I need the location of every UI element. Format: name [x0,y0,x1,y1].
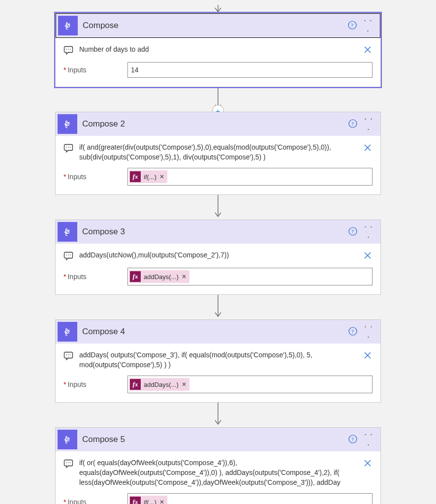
comment-text: if( or( equals(dayOfWeek(outputs('Compos… [79,458,373,487]
comment-row: if( and(greater(div(outputs('Compose'),5… [63,143,373,162]
compose-action-card[interactable]: { } Compose 4 ? · · · addDays( outputs('… [55,319,381,403]
more-menu-icon[interactable]: · · · [361,15,375,36]
card-header[interactable]: { } Compose 3 ? · · · [56,220,380,244]
expression-pill[interactable]: fx addDays(...) ✕ [129,270,189,283]
comment-icon [63,252,74,262]
close-icon[interactable] [363,45,373,56]
more-menu-icon[interactable]: · · · [362,114,375,134]
comment-icon [63,144,74,154]
comment-icon [63,459,74,470]
fx-icon: fx [130,171,141,182]
card-title: Compose 3 [82,227,344,237]
comment-row: addDays(utcNow(),mul(outputs('Compose_2'… [63,251,373,262]
flow-arrow [0,295,436,319]
close-icon[interactable] [363,350,373,362]
inputs-row: *Inputs fx addDays(...) ✕ [63,376,373,393]
comment-text: addDays(utcNow(),mul(outputs('Compose_2'… [79,251,373,260]
fx-icon: fx [130,497,141,504]
svg-point-43 [68,463,69,464]
card-body: addDays(utcNow(),mul(outputs('Compose_2'… [56,244,380,294]
inputs-row: *Inputs fx if(...) ✕ [63,168,373,186]
expression-pill[interactable]: fx if(...) ✕ [129,496,167,504]
card-body: addDays( outputs('Compose_3'), if( equal… [56,344,380,402]
compose-icon: { } [58,430,77,449]
svg-point-15 [66,147,67,148]
close-icon[interactable] [363,251,373,262]
svg-text:?: ? [351,436,354,442]
flow-arrow [0,403,436,427]
svg-point-16 [68,147,69,148]
svg-point-7 [68,49,69,50]
svg-point-8 [70,49,71,50]
card-title: Compose [83,21,343,31]
help-icon[interactable]: ? [347,227,359,237]
svg-text:?: ? [351,228,354,234]
svg-text:{ }: { } [63,327,73,336]
compose-icon: { } [58,322,77,342]
pill-label: if(...) [144,499,156,504]
more-menu-icon[interactable]: · · · [362,321,375,342]
inputs-label: *Inputs [63,173,127,181]
inputs-row: *Inputs fx if(...) ✕ [63,493,373,504]
inputs-row: *Inputs 14 [63,62,373,78]
svg-point-24 [66,254,67,255]
svg-point-26 [70,254,71,255]
help-icon[interactable]: ? [346,21,358,31]
compose-icon: { } [58,114,77,134]
compose-action-card[interactable]: { } Compose 3 ? · · · addDays(utcNow(),m… [55,220,381,295]
help-icon[interactable]: ? [347,327,359,337]
svg-point-6 [66,49,67,50]
card-header[interactable]: { } Compose 4 ? · · · [56,320,380,344]
inputs-field[interactable]: fx addDays(...) ✕ [127,268,373,285]
svg-point-17 [70,147,71,148]
help-icon[interactable]: ? [347,119,359,129]
card-body: if( and(greater(div(outputs('Compose'),5… [56,136,380,194]
comment-row: if( or( equals(dayOfWeek(outputs('Compos… [63,458,373,487]
remove-pill-icon[interactable]: ✕ [182,381,187,388]
inputs-field[interactable]: fx if(...) ✕ [127,493,373,504]
remove-pill-icon[interactable]: ✕ [182,273,187,280]
card-title: Compose 2 [82,119,344,129]
inputs-field[interactable]: 14 [127,62,373,78]
svg-text:{ }: { } [63,227,73,236]
svg-point-25 [68,254,69,255]
more-menu-icon[interactable]: · · · [362,429,375,450]
more-menu-icon[interactable]: · · · [362,221,375,242]
card-header[interactable]: { } Compose 5 ? · · · [56,428,380,451]
remove-pill-icon[interactable]: ✕ [159,173,164,180]
card-title: Compose 5 [82,435,344,444]
close-icon[interactable] [363,458,373,470]
compose-action-card[interactable]: { } Compose 2 ? · · · if( and(greater(di… [55,112,381,195]
compose-action-card[interactable]: { } Compose 5 ? · · · if( or( equals(day… [55,427,381,504]
svg-point-42 [66,463,67,464]
compose-icon: { } [58,16,78,35]
fx-icon: fx [130,379,141,390]
inputs-label: *Inputs [63,66,127,74]
pill-label: addDays(...) [144,381,179,388]
comment-text: addDays( outputs('Compose_3'), if( equal… [79,350,373,370]
input-value: 14 [131,66,139,74]
svg-text:?: ? [351,22,353,28]
compose-action-card[interactable]: { } Compose ? · · · Number of days to ad… [55,13,381,87]
pill-label: if(...) [144,173,156,181]
close-icon[interactable] [363,143,373,154]
help-icon[interactable]: ? [347,435,359,445]
card-title: Compose 4 [82,327,344,337]
inputs-field[interactable]: fx if(...) ✕ [127,168,373,186]
comment-row: Number of days to add [63,45,373,56]
card-body: if( or( equals(dayOfWeek(outputs('Compos… [56,451,380,504]
expression-pill[interactable]: fx addDays(...) ✕ [129,378,189,391]
comment-text: if( and(greater(div(outputs('Compose'),5… [79,143,373,162]
svg-point-34 [68,354,69,355]
expression-pill[interactable]: fx if(...) ✕ [129,170,167,183]
pill-label: addDays(...) [144,273,179,281]
fx-icon: fx [130,271,141,282]
card-body: Number of days to add *Inputs 14 [56,38,380,87]
card-header[interactable]: { } Compose ? · · · [56,13,380,38]
svg-text:?: ? [351,121,354,126]
card-header[interactable]: { } Compose 2 ? · · · [56,112,380,136]
remove-pill-icon[interactable]: ✕ [159,499,164,504]
inputs-field[interactable]: fx addDays(...) ✕ [127,376,373,393]
svg-point-44 [70,463,71,464]
comment-row: addDays( outputs('Compose_3'), if( equal… [63,350,373,370]
